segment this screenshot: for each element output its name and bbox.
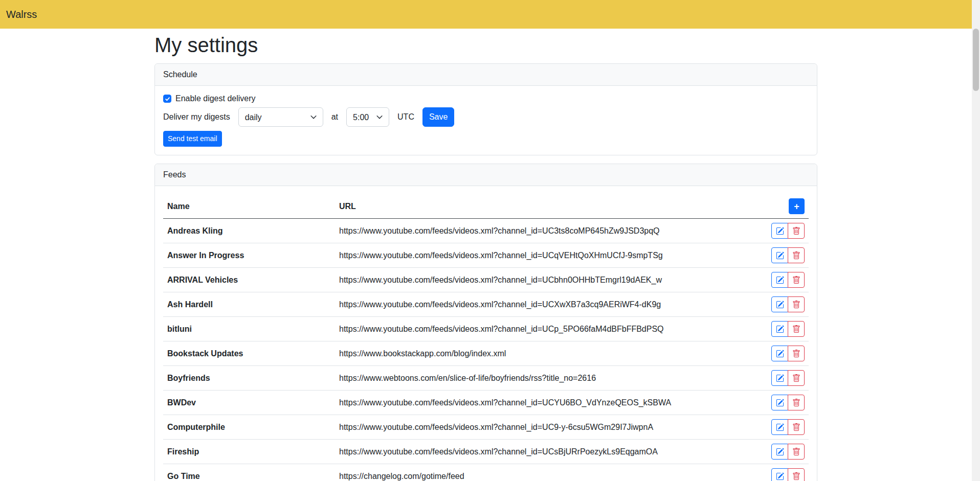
edit-feed-button[interactable]	[771, 247, 788, 263]
feeds-card: Feeds Name URL + Andreas Kling https://w…	[154, 164, 817, 481]
feed-url: https://www.youtube.com/feeds/videos.xml…	[335, 391, 747, 415]
at-label: at	[331, 112, 338, 122]
feed-url: https://www.youtube.com/feeds/videos.xml…	[335, 243, 747, 268]
test-email-row: Send test email	[163, 131, 809, 147]
check-icon	[165, 96, 170, 102]
delete-feed-button[interactable]	[788, 223, 805, 239]
schedule-card-body: Enable digest delivery Deliver my digest…	[155, 86, 817, 155]
feed-name: Boyfriends	[163, 366, 335, 391]
pencil-square-icon	[776, 374, 784, 382]
feed-name: Bookstack Updates	[163, 341, 335, 366]
feed-actions-group	[771, 296, 805, 312]
edit-feed-button[interactable]	[771, 296, 788, 312]
edit-feed-button[interactable]	[771, 346, 788, 361]
feed-name: BWDev	[163, 391, 335, 415]
table-row: Ash Hardell https://www.youtube.com/feed…	[163, 292, 809, 317]
edit-feed-button[interactable]	[771, 395, 788, 410]
save-button[interactable]: Save	[422, 107, 454, 127]
pencil-square-icon	[776, 472, 784, 480]
edit-feed-button[interactable]	[771, 223, 788, 239]
delete-feed-button[interactable]	[788, 272, 805, 288]
enable-digest-checkbox[interactable]	[163, 95, 171, 103]
trash-icon	[792, 325, 800, 333]
pencil-square-icon	[776, 350, 784, 358]
feed-name: ARRIVAL Vehicles	[163, 268, 335, 292]
trash-icon	[792, 276, 800, 284]
trash-icon	[792, 423, 800, 431]
feed-actions-group	[771, 444, 805, 460]
feed-actions-group	[771, 370, 805, 386]
page-title: My settings	[154, 33, 817, 57]
feed-actions	[747, 341, 809, 366]
table-row: Bookstack Updates https://www.bookstacka…	[163, 341, 809, 366]
feed-url: https://www.bookstackapp.com/blog/index.…	[335, 341, 747, 366]
feed-name: Andreas Kling	[163, 219, 335, 243]
schedule-card: Schedule Enable digest delivery Deliver …	[154, 63, 817, 155]
pencil-square-icon	[776, 448, 784, 456]
feed-url: https://www.youtube.com/feeds/videos.xml…	[335, 440, 747, 464]
add-feed-button[interactable]: +	[789, 198, 805, 214]
delete-feed-button[interactable]	[788, 419, 805, 435]
edit-feed-button[interactable]	[771, 419, 788, 435]
table-row: Go Time https://changelog.com/gotime/fee…	[163, 464, 809, 481]
feed-actions	[747, 440, 809, 464]
trash-icon	[792, 301, 800, 309]
feed-actions	[747, 391, 809, 415]
feed-actions	[747, 292, 809, 317]
frequency-select[interactable]: daily	[238, 107, 323, 127]
feed-actions	[747, 415, 809, 440]
time-select[interactable]: 5:00	[346, 107, 389, 127]
feed-name: Go Time	[163, 464, 335, 481]
pencil-square-icon	[776, 399, 784, 407]
url-column-header: URL	[335, 194, 747, 219]
table-row: bitluni https://www.youtube.com/feeds/vi…	[163, 317, 809, 341]
edit-feed-button[interactable]	[771, 321, 788, 337]
feed-url: https://changelog.com/gotime/feed	[335, 464, 747, 481]
trash-icon	[792, 251, 800, 260]
feed-actions	[747, 317, 809, 341]
edit-feed-button[interactable]	[771, 370, 788, 386]
pencil-square-icon	[776, 276, 784, 284]
pencil-square-icon	[776, 251, 784, 260]
feed-name: Computerphile	[163, 415, 335, 440]
feed-url: https://www.youtube.com/feeds/videos.xml…	[335, 415, 747, 440]
edit-feed-button[interactable]	[771, 272, 788, 288]
actions-column-header: +	[747, 194, 809, 219]
feeds-table-body: Andreas Kling https://www.youtube.com/fe…	[163, 219, 809, 481]
app-brand[interactable]: Walrss	[6, 9, 37, 20]
delete-feed-button[interactable]	[788, 346, 805, 361]
delete-feed-button[interactable]	[788, 321, 805, 337]
feed-actions	[747, 464, 809, 481]
trash-icon	[792, 350, 800, 358]
navbar: Walrss	[0, 0, 972, 29]
frequency-select-wrap: daily	[238, 107, 323, 127]
delete-feed-button[interactable]	[788, 395, 805, 410]
delete-feed-button[interactable]	[788, 247, 805, 263]
delivery-controls-row: Deliver my digests daily at 5:00	[163, 107, 809, 127]
scrollbar-thumb[interactable]	[973, 29, 979, 91]
pencil-square-icon	[776, 227, 784, 235]
edit-feed-button[interactable]	[771, 444, 788, 460]
scrollbar[interactable]	[972, 0, 980, 481]
feeds-table: Name URL + Andreas Kling https://www.you…	[163, 194, 809, 481]
delete-feed-button[interactable]	[788, 444, 805, 460]
feed-actions	[747, 243, 809, 268]
table-row: Andreas Kling https://www.youtube.com/fe…	[163, 219, 809, 243]
delete-feed-button[interactable]	[788, 468, 805, 481]
feed-actions-group	[771, 419, 805, 435]
schedule-card-header: Schedule	[155, 64, 817, 86]
table-row: BWDev https://www.youtube.com/feeds/vide…	[163, 391, 809, 415]
send-test-email-button[interactable]: Send test email	[163, 131, 222, 147]
delete-feed-button[interactable]	[788, 296, 805, 312]
feed-url: https://www.webtoons.com/en/slice-of-lif…	[335, 366, 747, 391]
deliver-label: Deliver my digests	[163, 112, 230, 122]
delete-feed-button[interactable]	[788, 370, 805, 386]
feed-actions	[747, 219, 809, 243]
enable-digest-label: Enable digest delivery	[175, 94, 256, 103]
feeds-header-row: Name URL +	[163, 194, 809, 219]
table-row: Fireship https://www.youtube.com/feeds/v…	[163, 440, 809, 464]
feed-actions-group	[771, 272, 805, 288]
edit-feed-button[interactable]	[771, 468, 788, 481]
name-column-header: Name	[163, 194, 335, 219]
trash-icon	[792, 448, 800, 456]
